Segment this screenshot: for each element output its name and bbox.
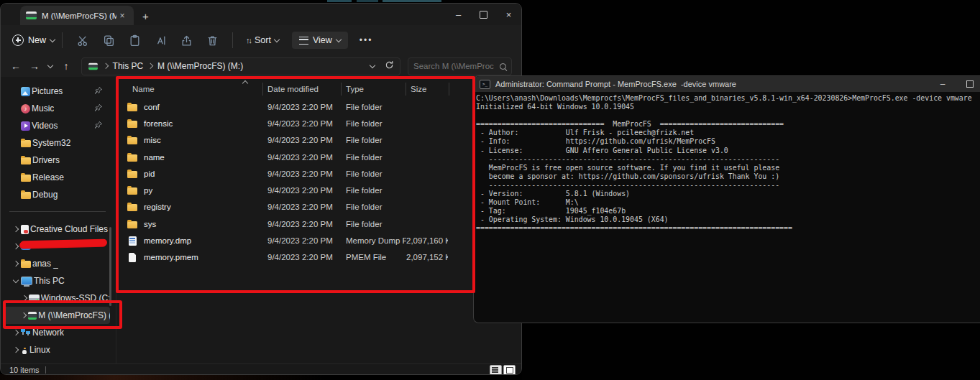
share-button[interactable] [173,29,199,51]
paste-button[interactable] [122,29,147,51]
table-row[interactable]: py 9/4/2023 2:20 PM File folder [116,182,522,198]
sidebar-item-label: Videos [32,121,58,131]
up-button[interactable]: ↑ [57,60,75,72]
expand-chevron-icon[interactable] [11,244,21,249]
delete-button[interactable] [199,29,225,51]
address-dropdown-icon[interactable] [370,62,375,68]
sidebar-item[interactable] [4,238,110,255]
column-header[interactable]: Date modified [263,83,342,96]
rename-button[interactable] [147,29,173,51]
expand-chevron-icon[interactable] [11,227,21,231]
minimize-button[interactable]: – [446,4,471,25]
file-name: conf [144,103,160,111]
cmd-maximize-button[interactable] [956,76,980,92]
view-button[interactable]: View [292,32,348,49]
recent-locations-button[interactable] [44,65,57,68]
details-view-button[interactable] [490,365,502,376]
column-header[interactable]: Type [342,83,406,96]
rename-icon [155,34,167,47]
breadcrumb-item-this-pc[interactable]: This PC [113,61,144,71]
table-row[interactable]: registry 9/4/2023 2:20 PM File folder [116,199,522,216]
table-row[interactable]: memory.pmem 9/4/2023 2:20 PM PMEM File 2… [116,249,522,266]
expand-chevron-icon[interactable] [11,261,21,266]
breadcrumb-item-drive-m[interactable]: M (\\MemProcFS) (M:) [157,61,243,71]
sidebar-item[interactable]: Music [4,100,110,117]
sidebar-item-icon [21,261,31,268]
sidebar-item[interactable]: M (\\MemProcFS) (M:) [4,307,110,324]
sidebar-item-icon [21,192,31,199]
search-input[interactable] [413,62,494,70]
table-row[interactable]: memory.dmp 9/4/2023 2:20 PM Memory Dump … [116,232,522,249]
table-row[interactable]: name 9/4/2023 2:20 PM File folder [116,149,522,165]
cut-button[interactable] [70,29,96,51]
drive-icon [26,11,37,19]
table-row[interactable]: forensic 9/4/2023 2:20 PM File folder [116,115,522,131]
column-header[interactable]: Size [406,83,449,96]
file-type-cell: File folder [342,203,406,211]
copy-button[interactable] [96,29,122,51]
maximize-button[interactable] [471,4,496,25]
file-date-cell: 9/4/2023 2:20 PM [263,236,342,245]
cmd-minimize-button[interactable]: – [929,76,956,92]
expand-chevron-icon[interactable] [11,330,21,335]
file-name-cell: conf [116,103,263,111]
terminal-line [476,111,980,120]
column-headers: NameDate modifiedTypeSize [116,80,522,98]
file-type-cell: File folder [342,153,406,162]
file-list: NameDate modifiedTypeSize conf 9/4/2023 … [116,77,522,363]
file-name-cell: name [116,153,263,162]
new-button-label: New [28,35,46,45]
table-row[interactable]: pid 9/4/2023 2:20 PM File folder [116,165,522,182]
window-controls: – × [446,4,521,25]
sidebar-item[interactable]: Windows-SSD (C:) [4,289,110,307]
sidebar-scrollbar[interactable] [109,227,111,306]
new-button[interactable]: New [12,34,55,46]
explorer-tab[interactable]: M (\\MemProcFS) (M:) × [20,6,134,25]
sidebar-item[interactable]: This PC [4,272,110,289]
terminal-line: - Tag: 19045_f104e67b [476,207,980,216]
cmd-title-bar[interactable]: >_ Administrator: Command Prompt - MemPr… [474,76,980,92]
sidebar-item[interactable] [4,203,110,221]
file-type-cell: PMEM File [342,253,406,261]
cut-icon [77,34,89,47]
expand-chevron-icon[interactable] [19,296,29,300]
file-icon [129,253,136,262]
more-options-button[interactable]: ••• [360,35,373,45]
expand-chevron-icon[interactable] [11,279,21,282]
close-button[interactable]: × [496,4,521,25]
file-icon [127,104,137,111]
expand-chevron-icon[interactable] [11,348,21,352]
sidebar-item[interactable]: System32 [4,134,110,152]
file-date-cell: 9/4/2023 2:20 PM [263,136,342,144]
forward-button[interactable]: → [25,60,44,72]
sidebar-item[interactable]: Drivers [4,152,110,169]
new-tab-button[interactable]: + [142,10,149,22]
chevron-down-icon [47,62,53,68]
breadcrumb[interactable]: This PC M (\\MemProcFS) (M:) [81,57,400,75]
tab-close-icon[interactable]: × [116,11,128,21]
refresh-button[interactable] [385,60,394,72]
file-name: forensic [144,119,173,128]
table-row[interactable]: sys 9/4/2023 2:20 PM File folder [116,216,522,232]
back-button[interactable]: ← [6,60,25,72]
file-rows: conf 9/4/2023 2:20 PM File folder forens… [116,98,522,266]
table-row[interactable]: misc 9/4/2023 2:20 PM File folder [116,132,522,149]
sidebar-item[interactable]: Release [4,169,110,186]
sidebar-item[interactable]: Pictures [4,83,110,100]
sidebar-item[interactable]: Videos [4,117,110,134]
sidebar-item[interactable]: Network [4,324,110,341]
sort-button-label: Sort [255,35,271,45]
expand-chevron-icon[interactable] [19,313,28,318]
sidebar-item[interactable]: Creative Cloud Files [4,221,110,238]
thumbnail-view-button[interactable] [503,365,516,376]
sidebar-item-icon [21,175,31,182]
sort-button[interactable]: ↑↓ Sort [240,35,285,45]
sidebar-item[interactable]: Linux [4,341,110,358]
sidebar-item-label: Windows-SSD (C:) [41,293,110,303]
terminal-output[interactable]: C:\Users\anash\Downloads\Memprocfs\MemPr… [474,92,980,233]
sidebar-item[interactable]: anas _ [4,255,110,272]
search-box[interactable] [408,57,512,75]
column-header[interactable]: Name [116,83,263,96]
table-row[interactable]: conf 9/4/2023 2:20 PM File folder [116,98,522,115]
sidebar-item[interactable]: Debug [4,186,110,203]
